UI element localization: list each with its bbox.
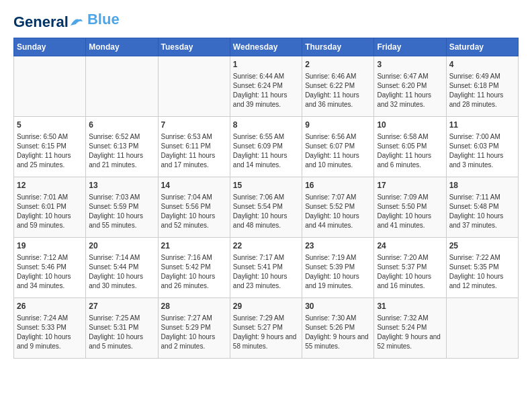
day-number: 6	[89, 120, 154, 131]
day-info: Sunrise: 7:04 AM Sunset: 5:56 PM Dayligh…	[161, 193, 227, 230]
calendar-cell: 14Sunrise: 7:04 AM Sunset: 5:56 PM Dayli…	[158, 177, 230, 238]
day-info: Sunrise: 7:29 AM Sunset: 5:27 PM Dayligh…	[233, 314, 299, 351]
calendar-cell: 19Sunrise: 7:12 AM Sunset: 5:46 PM Dayli…	[14, 238, 86, 298]
calendar-cell: 20Sunrise: 7:14 AM Sunset: 5:44 PM Dayli…	[86, 238, 158, 298]
day-number: 21	[161, 240, 227, 252]
calendar-cell: 13Sunrise: 7:03 AM Sunset: 5:59 PM Dayli…	[86, 177, 158, 238]
day-info: Sunrise: 7:07 AM Sunset: 5:52 PM Dayligh…	[305, 193, 371, 230]
day-info: Sunrise: 6:55 AM Sunset: 6:09 PM Dayligh…	[233, 132, 299, 170]
calendar-week-2: 5Sunrise: 6:50 AM Sunset: 6:15 PM Daylig…	[14, 117, 519, 177]
day-number: 20	[89, 240, 154, 252]
day-info: Sunrise: 7:11 AM Sunset: 5:48 PM Dayligh…	[449, 193, 515, 230]
day-number: 25	[449, 240, 515, 252]
day-info: Sunrise: 6:49 AM Sunset: 6:18 PM Dayligh…	[449, 72, 515, 109]
day-info: Sunrise: 7:09 AM Sunset: 5:50 PM Dayligh…	[377, 193, 443, 230]
day-number: 8	[233, 120, 299, 131]
day-info: Sunrise: 7:22 AM Sunset: 5:35 PM Dayligh…	[449, 253, 515, 291]
day-number: 15	[233, 180, 299, 191]
calendar-cell: 28Sunrise: 7:27 AM Sunset: 5:29 PM Dayli…	[158, 298, 230, 359]
day-number: 5	[17, 120, 83, 131]
calendar-cell: 21Sunrise: 7:16 AM Sunset: 5:42 PM Dayli…	[158, 238, 230, 298]
calendar-table: SundayMondayTuesdayWednesdayThursdayFrid…	[13, 38, 519, 359]
day-info: Sunrise: 6:56 AM Sunset: 6:07 PM Dayligh…	[305, 132, 371, 170]
day-number: 17	[377, 180, 443, 191]
day-info: Sunrise: 6:46 AM Sunset: 6:22 PM Dayligh…	[305, 72, 371, 109]
calendar-cell	[86, 56, 158, 117]
day-number: 13	[89, 180, 154, 191]
calendar-cell: 3Sunrise: 6:47 AM Sunset: 6:20 PM Daylig…	[374, 56, 446, 117]
day-number: 26	[17, 301, 83, 312]
logo-bird-icon	[69, 16, 84, 28]
calendar-cell: 30Sunrise: 7:30 AM Sunset: 5:26 PM Dayli…	[302, 298, 374, 359]
calendar-week-1: 1Sunrise: 6:44 AM Sunset: 6:24 PM Daylig…	[14, 56, 519, 117]
day-info: Sunrise: 7:25 AM Sunset: 5:31 PM Dayligh…	[89, 314, 154, 351]
calendar-week-5: 26Sunrise: 7:24 AM Sunset: 5:33 PM Dayli…	[14, 298, 519, 359]
calendar-week-4: 19Sunrise: 7:12 AM Sunset: 5:46 PM Dayli…	[14, 238, 519, 298]
calendar-cell	[158, 56, 230, 117]
header-monday: Monday	[86, 38, 158, 56]
calendar-cell: 6Sunrise: 6:52 AM Sunset: 6:13 PM Daylig…	[86, 117, 158, 177]
day-number: 1	[233, 59, 299, 71]
day-number: 31	[377, 301, 443, 312]
day-number: 14	[161, 180, 227, 191]
calendar-cell: 8Sunrise: 6:55 AM Sunset: 6:09 PM Daylig…	[230, 117, 302, 177]
day-number: 22	[233, 240, 299, 252]
day-number: 2	[305, 59, 371, 71]
header-friday: Friday	[374, 38, 446, 56]
calendar-cell: 12Sunrise: 7:01 AM Sunset: 6:01 PM Dayli…	[14, 177, 86, 238]
header-wednesday: Wednesday	[230, 38, 302, 56]
day-info: Sunrise: 7:19 AM Sunset: 5:39 PM Dayligh…	[305, 253, 371, 291]
calendar-cell: 15Sunrise: 7:06 AM Sunset: 5:54 PM Dayli…	[230, 177, 302, 238]
logo: General Blue	[13, 13, 120, 31]
day-number: 28	[161, 301, 227, 312]
day-info: Sunrise: 7:27 AM Sunset: 5:29 PM Dayligh…	[161, 314, 227, 351]
day-number: 3	[377, 59, 443, 71]
calendar-cell: 1Sunrise: 6:44 AM Sunset: 6:24 PM Daylig…	[230, 56, 302, 117]
calendar-cell: 26Sunrise: 7:24 AM Sunset: 5:33 PM Dayli…	[14, 298, 86, 359]
header-thursday: Thursday	[302, 38, 374, 56]
day-info: Sunrise: 7:01 AM Sunset: 6:01 PM Dayligh…	[17, 193, 83, 230]
day-number: 18	[449, 180, 515, 191]
calendar-cell: 24Sunrise: 7:20 AM Sunset: 5:37 PM Dayli…	[374, 238, 446, 298]
calendar-cell: 27Sunrise: 7:25 AM Sunset: 5:31 PM Dayli…	[86, 298, 158, 359]
day-info: Sunrise: 7:20 AM Sunset: 5:37 PM Dayligh…	[377, 253, 443, 291]
day-info: Sunrise: 7:30 AM Sunset: 5:26 PM Dayligh…	[305, 314, 371, 351]
day-number: 19	[17, 240, 83, 252]
day-info: Sunrise: 6:44 AM Sunset: 6:24 PM Dayligh…	[233, 72, 299, 109]
calendar-header-row: SundayMondayTuesdayWednesdayThursdayFrid…	[14, 38, 519, 56]
calendar-cell	[14, 56, 86, 117]
day-info: Sunrise: 7:03 AM Sunset: 5:59 PM Dayligh…	[89, 193, 154, 230]
day-number: 10	[377, 120, 443, 131]
calendar-cell: 23Sunrise: 7:19 AM Sunset: 5:39 PM Dayli…	[302, 238, 374, 298]
day-number: 11	[449, 120, 515, 131]
logo-blue-text: Blue	[87, 11, 120, 28]
header-tuesday: Tuesday	[158, 38, 230, 56]
calendar-cell: 2Sunrise: 6:46 AM Sunset: 6:22 PM Daylig…	[302, 56, 374, 117]
day-number: 23	[305, 240, 371, 252]
calendar-cell: 4Sunrise: 6:49 AM Sunset: 6:18 PM Daylig…	[446, 56, 518, 117]
calendar-cell: 10Sunrise: 6:58 AM Sunset: 6:05 PM Dayli…	[374, 117, 446, 177]
calendar-cell: 25Sunrise: 7:22 AM Sunset: 5:35 PM Dayli…	[446, 238, 518, 298]
logo-display: General	[13, 13, 85, 31]
day-number: 29	[233, 301, 299, 312]
calendar-cell: 5Sunrise: 6:50 AM Sunset: 6:15 PM Daylig…	[14, 117, 86, 177]
day-number: 12	[17, 180, 83, 191]
day-info: Sunrise: 6:52 AM Sunset: 6:13 PM Dayligh…	[89, 132, 154, 170]
day-info: Sunrise: 7:16 AM Sunset: 5:42 PM Dayligh…	[161, 253, 227, 291]
day-number: 4	[449, 59, 515, 71]
day-info: Sunrise: 7:14 AM Sunset: 5:44 PM Dayligh…	[89, 253, 154, 291]
day-info: Sunrise: 6:58 AM Sunset: 6:05 PM Dayligh…	[377, 132, 443, 170]
calendar-cell: 17Sunrise: 7:09 AM Sunset: 5:50 PM Dayli…	[374, 177, 446, 238]
day-info: Sunrise: 6:50 AM Sunset: 6:15 PM Dayligh…	[17, 132, 83, 170]
calendar-cell: 29Sunrise: 7:29 AM Sunset: 5:27 PM Dayli…	[230, 298, 302, 359]
day-number: 7	[161, 120, 227, 131]
day-number: 9	[305, 120, 371, 131]
day-info: Sunrise: 6:47 AM Sunset: 6:20 PM Dayligh…	[377, 72, 443, 109]
header-saturday: Saturday	[446, 38, 518, 56]
day-info: Sunrise: 7:24 AM Sunset: 5:33 PM Dayligh…	[17, 314, 83, 351]
logo-general-text: General	[13, 13, 69, 31]
day-info: Sunrise: 7:12 AM Sunset: 5:46 PM Dayligh…	[17, 253, 83, 291]
calendar-cell: 11Sunrise: 7:00 AM Sunset: 6:03 PM Dayli…	[446, 117, 518, 177]
calendar-cell: 18Sunrise: 7:11 AM Sunset: 5:48 PM Dayli…	[446, 177, 518, 238]
page-header: General Blue	[13, 13, 519, 31]
